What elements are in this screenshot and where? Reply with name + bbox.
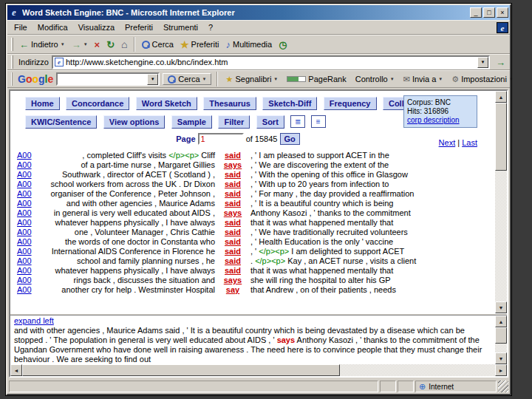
sort-order-icon-button[interactable]: ≡ [311, 115, 326, 128]
doc-ref-link[interactable]: A00 [17, 218, 32, 227]
scroll-down-icon[interactable]: ▼ [495, 301, 507, 313]
kwic-link[interactable]: say [226, 285, 239, 294]
main-scrollbar-thumb[interactable] [495, 103, 507, 171]
close-button[interactable]: × [497, 7, 508, 18]
google-search-dropdown[interactable]: ▼ [147, 74, 158, 85]
google-bookmarks-button[interactable]: ★ Segnalibri ▼ [223, 74, 282, 85]
sort-button[interactable]: Sort [256, 115, 284, 129]
back-button[interactable]: ← Indietro ▼ [16, 38, 68, 51]
context-scroll-up-icon[interactable]: ▲ [495, 316, 507, 327]
forward-dropdown-icon[interactable]: ▼ [83, 42, 88, 47]
addressbar-grip[interactable] [11, 55, 13, 69]
maximize-button[interactable]: □ [483, 7, 495, 18]
media-button[interactable]: ♪ Multimedia [222, 38, 275, 51]
google-search-button[interactable]: Cerca ▼ [163, 73, 211, 85]
back-dropdown-icon[interactable]: ▼ [61, 42, 65, 47]
toolbar-grip[interactable] [11, 38, 13, 51]
main-scrollbar-track[interactable] [495, 171, 507, 301]
sample-button[interactable]: Sample [171, 115, 212, 129]
doc-ref-link[interactable]: A00 [17, 170, 32, 179]
kwic-link[interactable]: says [224, 208, 242, 217]
kwic-link[interactable]: said [225, 151, 241, 160]
favorites-button[interactable]: ★ Preferiti [177, 38, 222, 51]
menu-preferiti[interactable]: Preferiti [120, 21, 158, 33]
horizontal-scrollbar[interactable]: ◄ ► [10, 364, 507, 376]
kwic-link[interactable]: said [225, 199, 241, 208]
kwic-link[interactable]: said [225, 266, 241, 275]
doc-ref-link[interactable]: A00 [17, 180, 32, 188]
kwic-link[interactable]: says [224, 160, 242, 169]
last-page-link[interactable]: Last [462, 138, 477, 147]
doc-ref-link[interactable]: A00 [17, 189, 32, 198]
kwic-link[interactable]: said [225, 189, 241, 198]
kwic-link[interactable]: said [225, 237, 241, 246]
scroll-up-icon[interactable]: ▲ [495, 91, 507, 103]
horizontal-scrollbar-track[interactable] [340, 364, 495, 376]
corpus-description-link[interactable]: corp description [407, 116, 460, 124]
scroll-left-icon[interactable]: ◄ [10, 364, 22, 376]
menu-modifica[interactable]: Modifica [33, 21, 73, 33]
context-scrollbar-track[interactable] [495, 344, 507, 352]
doc-ref-link[interactable]: A00 [17, 266, 32, 275]
go-icon[interactable]: → [493, 57, 508, 68]
kwic-link[interactable]: said [225, 170, 241, 179]
doc-ref-link[interactable]: A00 [17, 151, 32, 160]
refresh-button[interactable]: ↻ [103, 38, 117, 51]
context-scroll-down-icon[interactable]: ▼ [495, 352, 507, 364]
context-scrollbar-thumb[interactable] [495, 327, 507, 344]
stop-button[interactable]: × [92, 38, 103, 51]
doc-ref-link[interactable]: A00 [17, 208, 32, 217]
search-button[interactable]: Cerca [138, 38, 177, 50]
doc-ref-link[interactable]: A00 [17, 228, 32, 236]
horizontal-scrollbar-thumb[interactable] [22, 364, 340, 376]
nav-thesaurus[interactable]: Thesaurus [203, 97, 256, 110]
filter-button[interactable]: Filter [218, 115, 250, 129]
address-dropdown-button[interactable]: ▼ [477, 57, 488, 68]
kwic-link[interactable]: says [224, 276, 242, 284]
nav-view-options[interactable]: View options [103, 115, 166, 129]
go-button[interactable]: Go [280, 133, 300, 145]
doc-ref-link[interactable]: A00 [17, 276, 32, 284]
address-input[interactable] [66, 58, 475, 67]
page-number-input[interactable] [198, 133, 244, 145]
kwic-link[interactable]: said [225, 228, 241, 236]
home-button[interactable]: ⌂ [118, 38, 130, 51]
doc-ref-link[interactable]: A00 [17, 237, 32, 246]
forward-button[interactable]: → ▼ [69, 38, 91, 51]
nav-concordance[interactable]: Concordance [66, 97, 129, 110]
doc-ref-link[interactable]: A00 [17, 199, 32, 208]
nav-word-sketch[interactable]: Word Sketch [136, 97, 197, 110]
doc-ref-link[interactable]: A00 [17, 285, 32, 294]
history-button[interactable]: ◷ [276, 38, 290, 51]
google-search-input[interactable] [58, 74, 147, 84]
resize-grip[interactable] [498, 381, 508, 392]
main-vertical-scrollbar[interactable]: ▲ ▼ [495, 91, 507, 313]
google-settings-button[interactable]: ⚙ Impostazioni ▼ [449, 74, 516, 85]
google-sendto-button[interactable]: ✉ Invia a ▼ [400, 74, 446, 85]
google-spellcheck-button[interactable]: Controllo ▼ [352, 74, 398, 84]
menu-visualizza[interactable]: Visualizza [73, 21, 120, 33]
menu-strumenti[interactable]: Strumenti [158, 21, 203, 33]
doc-ref-link[interactable]: A00 [17, 160, 32, 169]
kwic-link[interactable]: said [225, 218, 241, 227]
minimize-button[interactable]: _ [470, 7, 482, 18]
nav-home[interactable]: Home [25, 97, 60, 110]
kwic-link[interactable]: said [225, 180, 241, 188]
nav-frequency[interactable]: Frequency [324, 97, 377, 110]
nav-kwic-sentence[interactable]: KWIC/Sentence [25, 115, 97, 129]
expand-left-link[interactable]: expand left [14, 316, 54, 326]
google-pagerank-button[interactable]: PageRank [284, 74, 349, 84]
scroll-right-icon[interactable]: ► [495, 364, 507, 376]
doc-ref-link[interactable]: A00 [17, 247, 32, 256]
menu-file[interactable]: File [9, 21, 33, 33]
title-bar[interactable]: e Word Sketch Engine: BNC - Microsoft In… [7, 5, 510, 20]
next-page-link[interactable]: Next [439, 138, 456, 147]
kwic-link[interactable]: said [225, 256, 241, 265]
doc-ref-link[interactable]: A00 [17, 256, 32, 265]
googlebar-grip[interactable] [11, 72, 13, 86]
sort-frequency-icon-button[interactable]: ≣ [290, 115, 305, 128]
context-vertical-scrollbar[interactable]: ▲ ▼ [495, 316, 507, 364]
nav-sketch-diff[interactable]: Sketch-Diff [262, 97, 317, 110]
kwic-link[interactable]: said [225, 247, 241, 256]
menu-help[interactable]: ? [203, 21, 218, 33]
